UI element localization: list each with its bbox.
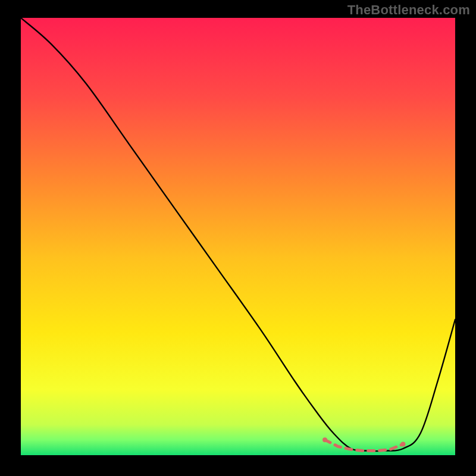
curve-layer (21, 18, 455, 455)
watermark-text: TheBottleneck.com (347, 2, 470, 18)
bottleneck-curve (21, 18, 455, 451)
optimal-range-line (325, 440, 403, 450)
optimal-range-markers (322, 437, 405, 450)
optimal-range-end (322, 437, 327, 442)
optimal-range-end (400, 442, 405, 447)
chart-frame: TheBottleneck.com (0, 0, 476, 476)
plot-area (21, 18, 455, 455)
